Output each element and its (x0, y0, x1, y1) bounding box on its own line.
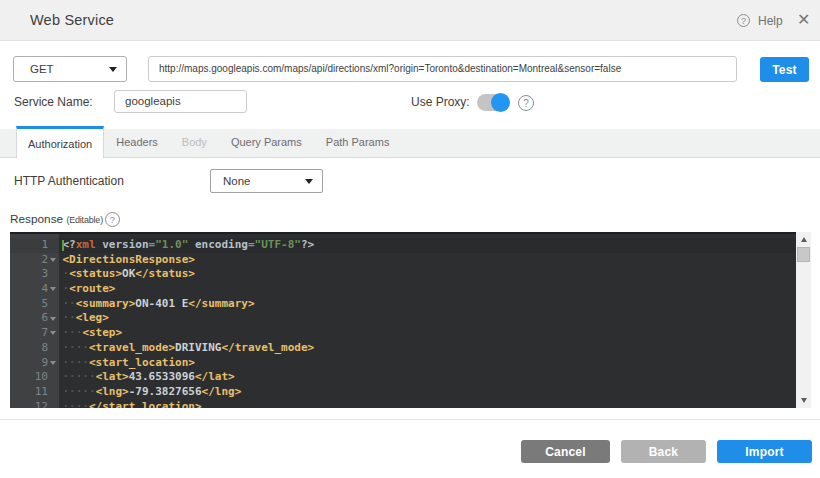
scroll-down-icon[interactable] (796, 393, 811, 408)
help-icon[interactable]: ? (737, 14, 750, 27)
code-line-7: 7···<step> (10, 326, 796, 341)
import-button[interactable]: Import (717, 440, 812, 463)
proxy-help-icon[interactable]: ? (518, 95, 534, 111)
tab-headers[interactable]: Headers (104, 126, 170, 158)
code-line-2: 2<DirectionsResponse> (10, 253, 796, 268)
code-line-8: 8····<travel_mode>DRIVING</travel_mode> (10, 341, 796, 356)
code-line-5: 5··<summary>ON-401 E</summary> (10, 297, 796, 312)
response-label: Response (Editable) (10, 212, 103, 226)
fold-arrow-icon[interactable] (50, 361, 56, 365)
http-auth-label: HTTP Authentication (14, 174, 124, 188)
code-line-11: 11·····<lng>-79.3827656</lng> (10, 385, 796, 400)
code-line-4: 4·<route> (10, 282, 796, 297)
url-input[interactable]: http://maps.googleapis.com/maps/api/dire… (148, 56, 737, 82)
tab-authorization[interactable]: Authorization (16, 126, 104, 158)
code-line-1: 1<?xml version="1.0" encoding="UTF-8"?> (10, 238, 796, 253)
code-line-12: 12····</start_location> (10, 400, 796, 408)
code-line-9: 9····<start_location> (10, 356, 796, 371)
method-select[interactable]: GET (13, 56, 127, 82)
dialog-header (0, 0, 820, 41)
close-icon[interactable]: ✕ (797, 11, 810, 29)
scrollbar-thumb[interactable] (797, 247, 810, 262)
back-button[interactable]: Back (621, 440, 706, 463)
tab-query-params[interactable]: Query Params (219, 126, 314, 158)
use-proxy-toggle[interactable] (477, 94, 508, 111)
fold-arrow-icon[interactable] (50, 317, 56, 321)
response-help-icon[interactable]: ? (105, 212, 120, 227)
tab-path-params[interactable]: Path Params (314, 126, 402, 158)
tabs: AuthorizationHeadersBodyQuery ParamsPath… (0, 126, 401, 158)
service-name-input[interactable]: googleapis (114, 90, 247, 113)
editor-scrollbar[interactable] (796, 232, 811, 408)
code-editor[interactable]: 1<?xml version="1.0" encoding="UTF-8"?>2… (10, 232, 796, 408)
text-caret (62, 240, 64, 252)
chevron-down-icon (109, 67, 117, 72)
tab-body[interactable]: Body (170, 126, 219, 158)
chevron-down-icon (305, 179, 313, 184)
method-select-value: GET (30, 63, 54, 75)
page-title: Web Service (30, 12, 114, 28)
code-line-6: 6··<leg> (10, 311, 796, 326)
footer-divider (0, 419, 820, 420)
http-auth-select-value: None (223, 175, 251, 187)
fold-arrow-icon[interactable] (50, 331, 56, 335)
code-line-3: 3·<status>OK</status> (10, 267, 796, 282)
footer: Cancel Back Import (0, 440, 820, 463)
help-label[interactable]: Help (758, 14, 783, 28)
response-editable-label: (Editable) (66, 215, 103, 225)
toggle-knob (491, 93, 510, 112)
use-proxy-label: Use Proxy: (411, 95, 470, 109)
http-auth-select[interactable]: None (210, 169, 323, 193)
scroll-up-icon[interactable] (796, 232, 811, 247)
test-button[interactable]: Test (760, 57, 809, 82)
cancel-button[interactable]: Cancel (521, 440, 610, 463)
fold-arrow-icon[interactable] (50, 258, 56, 262)
code-line-10: 10·····<lat>43.6533096</lat> (10, 370, 796, 385)
fold-arrow-icon[interactable] (50, 287, 56, 291)
service-name-label: Service Name: (14, 95, 93, 109)
